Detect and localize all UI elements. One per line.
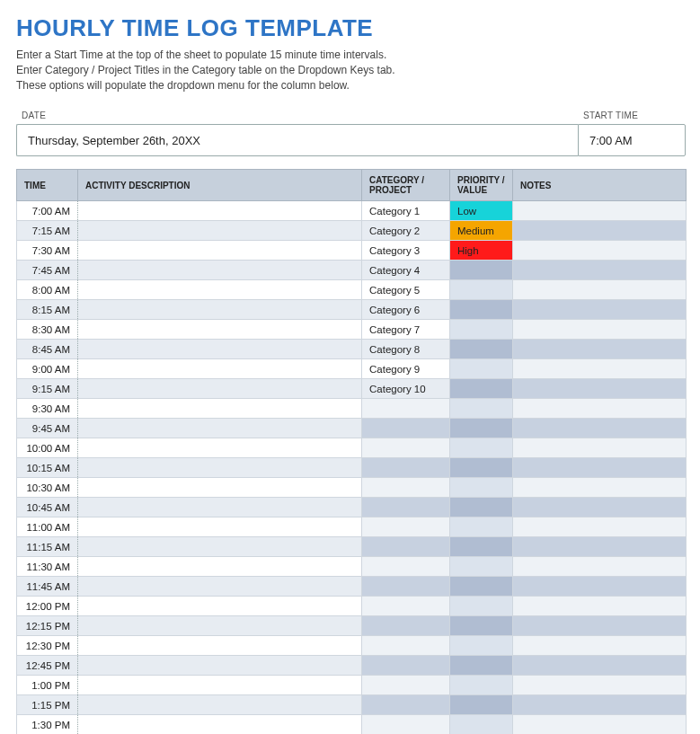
priority-cell[interactable] [450,715,513,734]
priority-cell[interactable]: Medium [450,221,513,241]
activity-cell[interactable] [78,241,362,261]
start-time-field[interactable]: 7:00 AM [578,124,686,156]
activity-cell[interactable] [78,419,362,438]
priority-cell[interactable] [450,340,513,359]
category-cell[interactable] [362,458,450,478]
activity-cell[interactable] [78,656,362,676]
category-cell[interactable] [362,676,450,695]
notes-cell[interactable] [513,340,687,359]
priority-cell[interactable] [450,399,513,419]
activity-cell[interactable] [78,498,362,517]
category-cell[interactable]: Category 9 [362,359,450,379]
category-cell[interactable]: Category 7 [362,320,450,340]
category-cell[interactable]: Category 4 [362,261,450,280]
activity-cell[interactable] [78,676,362,695]
activity-cell[interactable] [78,715,362,734]
activity-cell[interactable] [78,221,362,241]
category-cell[interactable] [362,478,450,498]
category-cell[interactable] [362,498,450,517]
priority-cell[interactable] [450,656,513,676]
priority-cell[interactable] [450,458,513,478]
notes-cell[interactable] [513,616,687,636]
activity-cell[interactable] [78,577,362,597]
category-cell[interactable] [362,399,450,419]
notes-cell[interactable] [513,557,687,577]
activity-cell[interactable] [78,359,362,379]
activity-cell[interactable] [78,517,362,537]
priority-cell[interactable] [450,597,513,616]
activity-cell[interactable] [78,616,362,636]
priority-cell[interactable] [450,577,513,597]
priority-cell[interactable] [450,438,513,458]
notes-cell[interactable] [513,261,687,280]
priority-cell[interactable]: Low [450,201,513,221]
priority-cell[interactable] [450,300,513,320]
priority-cell[interactable] [450,280,513,300]
priority-cell[interactable] [450,557,513,577]
notes-cell[interactable] [513,478,687,498]
category-cell[interactable] [362,517,450,537]
priority-cell[interactable]: High [450,241,513,261]
activity-cell[interactable] [78,478,362,498]
priority-cell[interactable] [450,379,513,399]
notes-cell[interactable] [513,537,687,557]
activity-cell[interactable] [78,537,362,557]
activity-cell[interactable] [78,636,362,656]
priority-cell[interactable] [450,320,513,340]
priority-cell[interactable] [450,537,513,557]
activity-cell[interactable] [78,399,362,419]
activity-cell[interactable] [78,261,362,280]
notes-cell[interactable] [513,676,687,695]
priority-cell[interactable] [450,517,513,537]
notes-cell[interactable] [513,241,687,261]
priority-cell[interactable] [450,616,513,636]
activity-cell[interactable] [78,379,362,399]
activity-cell[interactable] [78,320,362,340]
category-cell[interactable] [362,636,450,656]
category-cell[interactable]: Category 8 [362,340,450,359]
notes-cell[interactable] [513,280,687,300]
category-cell[interactable] [362,597,450,616]
category-cell[interactable]: Category 6 [362,300,450,320]
activity-cell[interactable] [78,438,362,458]
category-cell[interactable] [362,616,450,636]
priority-cell[interactable] [450,636,513,656]
activity-cell[interactable] [78,340,362,359]
category-cell[interactable] [362,656,450,676]
activity-cell[interactable] [78,695,362,715]
notes-cell[interactable] [513,695,687,715]
notes-cell[interactable] [513,419,687,438]
activity-cell[interactable] [78,280,362,300]
activity-cell[interactable] [78,557,362,577]
priority-cell[interactable] [450,261,513,280]
category-cell[interactable] [362,438,450,458]
notes-cell[interactable] [513,715,687,734]
notes-cell[interactable] [513,636,687,656]
notes-cell[interactable] [513,438,687,458]
notes-cell[interactable] [513,656,687,676]
priority-cell[interactable] [450,478,513,498]
category-cell[interactable]: Category 10 [362,379,450,399]
activity-cell[interactable] [78,201,362,221]
notes-cell[interactable] [513,320,687,340]
activity-cell[interactable] [78,300,362,320]
category-cell[interactable] [362,715,450,734]
notes-cell[interactable] [513,359,687,379]
notes-cell[interactable] [513,300,687,320]
notes-cell[interactable] [513,221,687,241]
notes-cell[interactable] [513,379,687,399]
category-cell[interactable]: Category 3 [362,241,450,261]
notes-cell[interactable] [513,517,687,537]
notes-cell[interactable] [513,458,687,478]
activity-cell[interactable] [78,597,362,616]
notes-cell[interactable] [513,399,687,419]
category-cell[interactable]: Category 1 [362,201,450,221]
notes-cell[interactable] [513,577,687,597]
priority-cell[interactable] [450,359,513,379]
priority-cell[interactable] [450,498,513,517]
category-cell[interactable]: Category 2 [362,221,450,241]
notes-cell[interactable] [513,597,687,616]
priority-cell[interactable] [450,419,513,438]
category-cell[interactable] [362,537,450,557]
priority-cell[interactable] [450,695,513,715]
